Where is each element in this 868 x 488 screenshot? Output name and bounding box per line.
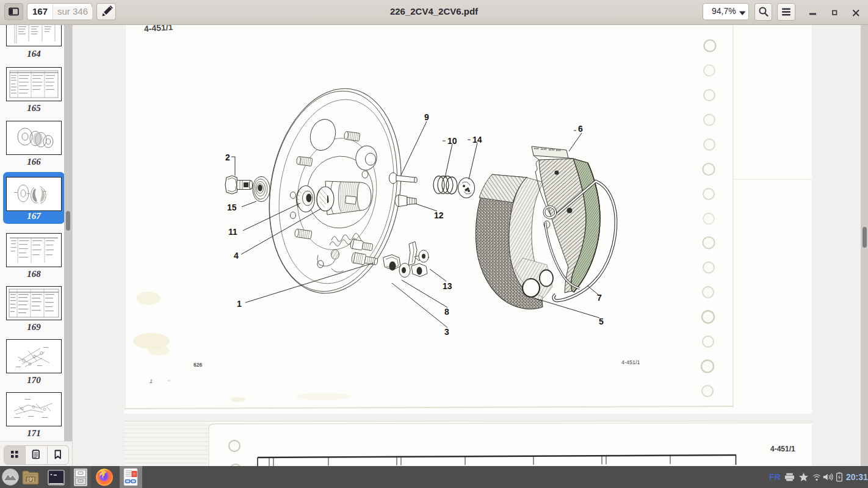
svg-text:11: 11	[228, 227, 237, 237]
svg-text:5: 5	[599, 317, 604, 326]
svg-text:3: 3	[444, 327, 449, 337]
svg-text:4-451/1: 4-451/1	[621, 359, 640, 365]
svg-text:13: 13	[443, 281, 452, 291]
svg-text:14: 14	[472, 135, 482, 145]
svg-text:7: 7	[597, 293, 602, 303]
svg-text:8: 8	[444, 307, 449, 317]
svg-text:4: 4	[234, 251, 239, 260]
svg-text:4-451/1: 4-451/1	[770, 445, 795, 453]
svg-text:[D]: [D]	[27, 477, 35, 482]
svg-text:12: 12	[434, 210, 444, 220]
svg-text:15: 15	[227, 203, 237, 212]
svg-text:▸: ▸	[50, 472, 53, 477]
svg-text:1: 1	[237, 299, 242, 309]
svg-text:2: 2	[225, 152, 230, 162]
svg-text:10: 10	[447, 136, 457, 146]
svg-text:6: 6	[578, 124, 583, 134]
svg-text:626: 626	[193, 362, 202, 368]
svg-text:1: 1	[150, 378, 153, 384]
svg-text:9: 9	[424, 112, 429, 122]
